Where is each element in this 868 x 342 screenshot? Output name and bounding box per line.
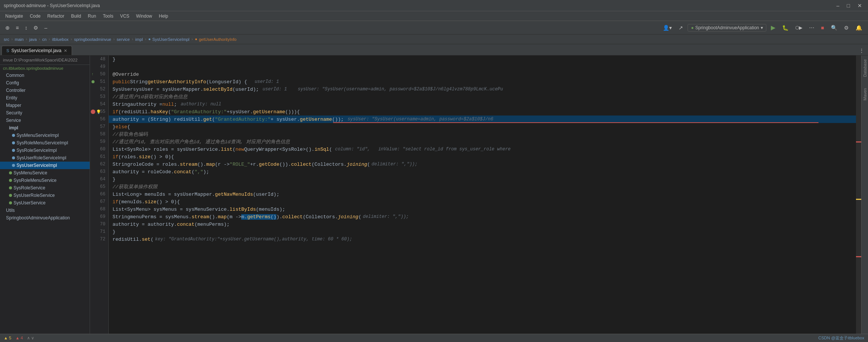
- line-num-55: 55 💡: [90, 108, 108, 116]
- close-button[interactable]: ✕: [855, 1, 864, 10]
- breadcrumb-src[interactable]: src: [4, 37, 9, 42]
- breadcrumb-service[interactable]: service: [117, 37, 130, 42]
- sidebar-item-controller[interactable]: Controller: [0, 87, 90, 94]
- line-num-50: ↑ 50: [90, 70, 108, 78]
- debug-button[interactable]: 🐛: [780, 23, 791, 32]
- sidebar-item-sysmenuserviceimpl[interactable]: SysMenuServiceImpl: [0, 132, 90, 139]
- code-line-64: }: [109, 176, 856, 183]
- breadcrumb-bar: src › main › java › cn › itbluebox › spr…: [0, 34, 868, 44]
- scrollbar-area[interactable]: [856, 56, 861, 342]
- code-line-48: }: [109, 56, 856, 63]
- breadcrumb-sysuserserviceimpl[interactable]: SysUserServiceImpl: [152, 37, 189, 42]
- sidebar-item-sysuserservice[interactable]: SysUserService: [0, 199, 90, 207]
- sidebar-item-sysrolemenuserviceimpl[interactable]: SysRoleMenuServiceImpl: [0, 139, 90, 147]
- annotation-override: @Override: [113, 72, 139, 77]
- warning-marker: [856, 199, 861, 200]
- tab-bar: S SysUserServiceImpl.java ✕ ⋮: [0, 44, 868, 56]
- sidebar-item-package[interactable]: cn.itbluebox.springbootadminvue: [0, 65, 90, 72]
- sidebar-item-utils[interactable]: Utils: [0, 207, 90, 214]
- code-line-63: authority = roleCode. concat ( "," );: [109, 168, 856, 176]
- sidebar-item-security[interactable]: Security: [0, 109, 90, 117]
- menu-vcs[interactable]: VCS: [117, 13, 132, 20]
- window-controls: – □ ✕: [834, 1, 864, 10]
- run-config[interactable]: ● SpringbootAdminvueApplication ▾: [688, 24, 766, 32]
- tab-label: SysUserServiceImpl.java: [11, 48, 61, 53]
- code-line-67: if (menuIds. size () > 0){: [109, 198, 856, 206]
- right-panel-database-label[interactable]: Database: [863, 59, 867, 77]
- menu-run[interactable]: Run: [85, 13, 99, 20]
- sidebar-item-sysuserroleservice[interactable]: SysUserRoleService: [0, 192, 90, 199]
- sidebar-item-sysrolemenuservice[interactable]: SysRoleMenuService: [0, 177, 90, 184]
- breadcrumb-cn[interactable]: cn: [42, 37, 47, 42]
- line-num-72: 72: [90, 236, 108, 243]
- breadcrumb-main[interactable]: main: [15, 37, 24, 42]
- breadcrumb-springbootadminvue[interactable]: springbootadminvue: [74, 37, 111, 42]
- stop-button[interactable]: ■: [819, 23, 826, 32]
- sidebar-item-entity[interactable]: Entity: [0, 94, 90, 102]
- maximize-button[interactable]: □: [845, 1, 852, 10]
- dot-icon: [12, 141, 15, 144]
- sidebar-item-sysroleserviceimpl[interactable]: SysRoleServiceImpl: [0, 147, 90, 154]
- toolbar-icon-list[interactable]: ≡: [14, 23, 21, 32]
- menu-tools[interactable]: Tools: [100, 13, 116, 20]
- sidebar-item-service[interactable]: Service: [0, 117, 90, 124]
- toolbar-left: ⊕ ≡ ↕ ⚙ –: [0, 23, 53, 32]
- toolbar-icon-circle[interactable]: ⊕: [3, 23, 12, 32]
- notifications-button[interactable]: 🔔: [853, 23, 864, 32]
- menu-window[interactable]: Window: [133, 13, 155, 20]
- code-line-50: @Override: [109, 70, 856, 78]
- minimize-button[interactable]: –: [834, 1, 842, 10]
- sidebar-item-springbootapp[interactable]: SpringbootAdminvueApplication: [0, 214, 90, 222]
- breadcrumb-itbluebox[interactable]: itbluebox: [52, 37, 69, 42]
- sidebar-item-impl[interactable]: impl: [0, 124, 90, 132]
- more-run-btn[interactable]: ⋯: [807, 23, 817, 32]
- sidebar-item-sysmenuservice[interactable]: SysMenuService: [0, 169, 90, 177]
- cursor-icon[interactable]: ↗: [676, 23, 685, 32]
- breadcrumb-method[interactable]: getUserAuthorityInfo: [199, 37, 236, 42]
- line-num-61: 61: [90, 153, 108, 160]
- coverage-button[interactable]: ⬡▶: [793, 24, 805, 32]
- sidebar-item-mapper[interactable]: Mapper: [0, 102, 90, 109]
- breadcrumb-impl[interactable]: impl: [135, 37, 143, 42]
- code-line-70: authority = authority. concat (menuPerms…: [109, 220, 856, 228]
- menu-bar: Navigate Code Refactor Build Run Tools V…: [0, 11, 868, 21]
- menu-help[interactable]: Help: [156, 13, 171, 20]
- code-line-71: }: [109, 228, 856, 236]
- sidebar-item-sysuserroleserviceimpl[interactable]: SysUserRoleServiceImpl: [0, 154, 90, 162]
- menu-build[interactable]: Build: [68, 13, 84, 20]
- right-panel-maven-label[interactable]: Maven: [863, 88, 867, 100]
- toolbar-minus-btn[interactable]: –: [42, 23, 50, 32]
- tab-sysuserserviceimpl[interactable]: S SysUserServiceImpl.java ✕: [2, 46, 72, 55]
- dot-icon: [12, 164, 15, 167]
- toolbar-settings-btn[interactable]: ⚙: [31, 23, 41, 32]
- dot-icon: [12, 134, 15, 137]
- user-icon[interactable]: 👤▾: [661, 23, 674, 32]
- line-num-68: 68: [90, 206, 108, 213]
- code-line-60: List< SysRole > roles = sysUserService. …: [109, 146, 856, 153]
- breadcrumb-java[interactable]: java: [29, 37, 37, 42]
- line-num-51: 51: [90, 78, 108, 86]
- csdn-label: CSDN @蓝盒子itbluebox: [818, 336, 864, 340]
- sidebar-item-config[interactable]: Config: [0, 79, 90, 87]
- search-button[interactable]: 🔍: [829, 23, 839, 32]
- menu-code[interactable]: Code: [27, 13, 44, 20]
- code-line-55: if (redisUtil. hasKey ( "GrantedAuthorit…: [109, 108, 856, 116]
- code-content[interactable]: } @Override public String getUserAuthori…: [109, 56, 856, 342]
- nav-arrows[interactable]: ∧ ∨: [27, 336, 34, 340]
- toolbar-icon-updown[interactable]: ↕: [23, 23, 30, 32]
- toolbar-right: 👤▾ ↗ ● SpringbootAdminvueApplication ▾ ▶…: [657, 22, 868, 33]
- run-config-chevron: ▾: [761, 25, 763, 30]
- run-button[interactable]: ▶: [769, 22, 778, 33]
- sidebar-item-sysuserserviceimpl[interactable]: SysUserServiceImpl: [0, 162, 90, 169]
- code-line-56: authority = ( String ) redisUtil. get ( …: [109, 116, 856, 123]
- line-num-54: 54: [90, 100, 108, 108]
- line-num-57: 57: [90, 123, 108, 130]
- sidebar-item-sysroleservice[interactable]: SysRoleService: [0, 184, 90, 192]
- tab-close-icon[interactable]: ✕: [64, 48, 67, 53]
- menu-refactor[interactable]: Refactor: [44, 13, 67, 20]
- tab-more-btn[interactable]: ⋮: [857, 46, 866, 55]
- settings-button[interactable]: ⚙: [842, 23, 851, 32]
- sidebar-item-common[interactable]: Common: [0, 72, 90, 79]
- menu-navigate[interactable]: Navigate: [2, 13, 26, 20]
- code-line-57: } else {: [109, 123, 856, 130]
